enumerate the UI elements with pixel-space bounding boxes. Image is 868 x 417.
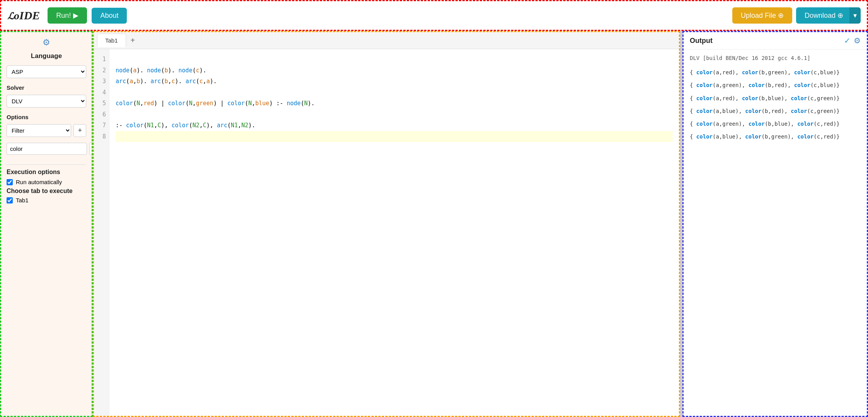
output-set-4: { color(a,blue), color(b,red), color(c,g… — [690, 106, 861, 116]
sidebar-gear-icon: ⚙ — [7, 38, 86, 48]
output-chevron-icon[interactable]: ✓ — [844, 36, 851, 45]
code-line-7: :- color(N1,C), color(N2,C), arc(N1,N2). — [116, 120, 673, 131]
output-header: Output ✓ ⚙ — [684, 32, 867, 50]
editor-area: Tab1 + 1 2 3 4 5 6 7 8 node(a). node(b).… — [93, 31, 680, 417]
code-line-8[interactable] — [116, 131, 673, 142]
code-line-6 — [116, 109, 673, 120]
choose-tab-title: Choose tab to execute — [7, 188, 86, 195]
line-num-5: 5 — [97, 98, 106, 109]
run-button[interactable]: Run! ▶ — [48, 7, 87, 24]
tab1-row: Tab1 — [7, 197, 86, 203]
line-num-3: 3 — [97, 76, 106, 87]
add-tab-button[interactable]: + — [128, 36, 138, 45]
code-line-5: color(N,red) | color(N,green) | color(N,… — [116, 98, 673, 109]
language-select[interactable]: ASP — [7, 65, 86, 78]
solver-select[interactable]: DLV — [7, 95, 86, 108]
output-set-6: { color(a,blue), color(b,green), color(c… — [690, 132, 861, 142]
line-num-6: 6 — [97, 109, 106, 120]
run-play-icon: ▶ — [73, 11, 78, 20]
download-chevron-icon: ▾ — [853, 12, 857, 19]
execution-section: Execution options Run automatically Choo… — [7, 164, 86, 206]
output-panel: Output ✓ ⚙ DLV [build BEN/Dec 16 2012 gc… — [682, 31, 868, 417]
output-set-1: { color(a,red), color(b,green), color(c,… — [690, 68, 861, 77]
tab1-label: Tab1 — [16, 197, 29, 203]
filter-value-row: + — [7, 142, 86, 155]
output-icons: ✓ ⚙ — [844, 36, 861, 45]
code-line-2: node(a). node(b). node(c). — [116, 65, 673, 76]
about-label: About — [100, 12, 118, 19]
header: ℒoIDE Run! ▶ About Upload File ⊕ Downloa… — [0, 0, 868, 31]
output-version: DLV [build BEN/Dec 16 2012 gcc 4.6.1] — [690, 53, 861, 63]
logo-text: ℒoIDE — [7, 9, 40, 22]
logo: ℒoIDE — [7, 9, 40, 22]
tab-tab1[interactable]: Tab1 — [97, 34, 126, 47]
filter-select[interactable]: Filter — [7, 124, 71, 137]
run-auto-label: Run automatically — [16, 179, 62, 185]
run-auto-row: Run automatically — [7, 179, 86, 185]
execution-title: Execution options — [7, 169, 86, 176]
output-gear-icon[interactable]: ⚙ — [854, 36, 861, 45]
code-line-1 — [116, 54, 673, 65]
about-button[interactable]: About — [92, 8, 127, 24]
output-body: DLV [build BEN/Dec 16 2012 gcc 4.6.1] { … — [684, 50, 867, 416]
solver-title: Solver — [7, 84, 86, 91]
filter-value-input[interactable] — [7, 143, 87, 155]
tab1-checkbox[interactable] — [7, 197, 13, 203]
download-button[interactable]: Download ⊕ — [796, 7, 852, 24]
download-label: Download ⊕ — [805, 11, 843, 20]
output-title: Output — [690, 37, 713, 45]
download-group: Download ⊕ ▾ — [796, 7, 861, 24]
header-right: Upload File ⊕ Download ⊕ ▾ — [732, 7, 861, 24]
output-set-2: { color(a,green), color(b,red), color(c,… — [690, 80, 861, 90]
editor-content: 1 2 3 4 5 6 7 8 node(a). node(b). node(c… — [94, 49, 679, 416]
filter-row: Filter + — [7, 124, 86, 137]
filter-value-add-button[interactable]: + — [89, 142, 93, 155]
main: ⚙ Language ASP Solver DLV Options Filter… — [0, 31, 868, 417]
sidebar: ⚙ Language ASP Solver DLV Options Filter… — [0, 31, 93, 417]
code-line-4 — [116, 87, 673, 98]
run-auto-checkbox[interactable] — [7, 179, 13, 185]
filter-add-button[interactable]: + — [73, 124, 86, 137]
upload-label: Upload File ⊕ — [741, 12, 784, 19]
run-label: Run! — [56, 12, 71, 20]
output-set-3: { color(a,red), color(b,blue), color(c,g… — [690, 94, 861, 103]
tab-tab1-label: Tab1 — [105, 37, 118, 44]
download-arrow-button[interactable]: ▾ — [849, 7, 861, 24]
language-title: Language — [7, 52, 86, 60]
line-num-7: 7 — [97, 120, 106, 131]
tabs-bar: Tab1 + — [94, 32, 679, 49]
code-line-3: arc(a,b). arc(b,c). arc(c,a). — [116, 76, 673, 87]
output-set-5: { color(a,green), color(b,blue), color(c… — [690, 119, 861, 129]
options-title: Options — [7, 114, 86, 120]
code-editor[interactable]: node(a). node(b). node(c). arc(a,b). arc… — [109, 49, 679, 416]
line-num-1: 1 — [97, 54, 106, 65]
line-num-2: 2 — [97, 65, 106, 76]
line-numbers: 1 2 3 4 5 6 7 8 — [94, 49, 109, 416]
line-num-4: 4 — [97, 87, 106, 98]
upload-button[interactable]: Upload File ⊕ — [732, 7, 792, 24]
line-num-8: 8 — [97, 131, 106, 142]
